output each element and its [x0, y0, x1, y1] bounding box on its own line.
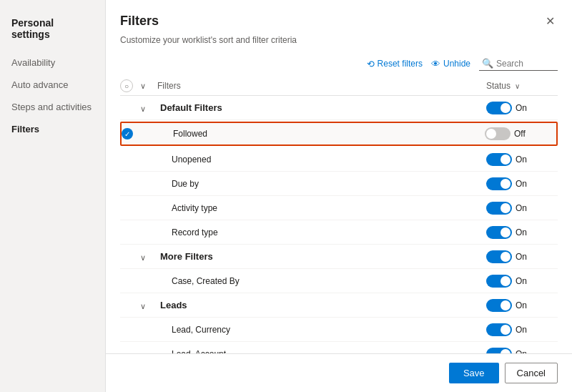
reset-filters-button[interactable]: ⟲ Reset filters	[367, 59, 423, 69]
case-created-by-toggle: On	[486, 275, 558, 288]
col-check-header: ○	[120, 79, 140, 92]
toggle-container-due-by: On	[486, 177, 527, 190]
followed-check-icon	[122, 128, 133, 139]
panel-header: Filters ✕	[106, 0, 572, 34]
followed-check	[122, 128, 142, 139]
dialog-footer: Save Cancel	[106, 353, 572, 392]
toggle-lead-currency[interactable]	[486, 323, 512, 336]
sidebar: Personal settings Availability Auto adva…	[0, 0, 106, 392]
group-more-expand[interactable]: ∨	[140, 250, 157, 263]
toggle-container-more: On	[486, 250, 527, 263]
group-leads-toggle: On	[486, 299, 558, 312]
followed-label: Followed	[159, 129, 485, 139]
main-content: Filters ✕ Customize your worklist's sort…	[106, 0, 572, 392]
toggle-container-case-created-by: On	[486, 275, 527, 288]
filters-table: ○ ∨ Filters Status ∨ ∨ Default Filters	[106, 77, 572, 353]
toggle-lead-currency-label: On	[516, 325, 527, 335]
unopened-toggle: On	[486, 153, 558, 166]
toggle-more-label: On	[516, 252, 527, 262]
toggle-container-activity-type: On	[486, 202, 527, 215]
toggle-record-type-label: On	[516, 227, 527, 237]
reset-filters-icon: ⟲	[367, 59, 375, 69]
due-by-toggle: On	[486, 177, 558, 190]
toggle-activity-type[interactable]	[486, 202, 512, 215]
toggle-container-record-type: On	[486, 226, 527, 239]
group-default-expand[interactable]: ∨	[140, 102, 157, 114]
due-by-label: Due by	[157, 179, 486, 189]
toggle-activity-type-label: On	[516, 203, 527, 213]
toggle-more[interactable]	[486, 250, 512, 263]
col-filters-header: Filters	[157, 81, 486, 91]
filter-row-activity-type[interactable]: Activity type On	[120, 196, 558, 220]
toggle-container-followed: Off	[485, 127, 526, 140]
save-button[interactable]: Save	[449, 363, 499, 383]
panel-subtitle: Customize your worklist's sort and filte…	[106, 34, 572, 54]
panel-title: Filters	[120, 14, 159, 29]
sidebar-item-availability[interactable]: Availability	[0, 52, 105, 74]
unopened-label: Unopened	[157, 155, 486, 165]
toggle-container-lead-currency: On	[486, 323, 527, 336]
sidebar-item-steps-activities[interactable]: Steps and activities	[0, 96, 105, 118]
toggle-leads[interactable]	[486, 299, 512, 312]
toggle-case-created-by[interactable]	[486, 275, 512, 288]
chevron-more-icon[interactable]: ∨	[140, 253, 146, 262]
sidebar-title: Personal settings	[0, 11, 105, 52]
search-icon: 🔍	[482, 58, 493, 69]
group-row-default-filters: ∨ Default Filters On	[120, 96, 558, 120]
unhide-label: Unhide	[443, 59, 470, 69]
activity-type-label: Activity type	[157, 203, 486, 213]
toggle-container-unopened: On	[486, 153, 527, 166]
record-type-toggle: On	[486, 226, 558, 239]
activity-type-toggle: On	[486, 202, 558, 215]
followed-toggle: Off	[485, 127, 556, 140]
group-row-leads: ∨ Leads On	[120, 293, 558, 318]
toggle-leads-label: On	[516, 300, 527, 310]
close-button[interactable]: ✕	[543, 11, 558, 31]
lead-account-toggle: On	[486, 348, 558, 354]
filter-row-unopened[interactable]: Unopened On	[120, 147, 558, 172]
chevron-default-icon[interactable]: ∨	[140, 104, 146, 113]
filter-row-record-type[interactable]: Record type On	[120, 220, 558, 245]
sidebar-item-auto-advance[interactable]: Auto advance	[0, 74, 105, 96]
toggle-lead-account[interactable]	[486, 348, 512, 354]
group-more-toggle: On	[486, 250, 558, 263]
toolbar: ⟲ Reset filters 👁 Unhide 🔍	[106, 54, 572, 77]
toggle-due-by-label: On	[516, 179, 527, 189]
toggle-container-lead-account: On	[486, 348, 527, 354]
cancel-button[interactable]: Cancel	[505, 363, 558, 383]
toggle-container-default: On	[486, 102, 527, 114]
group-leads-expand[interactable]: ∨	[140, 299, 157, 312]
reset-filters-label: Reset filters	[378, 59, 423, 69]
record-type-label: Record type	[157, 227, 486, 237]
filter-row-followed[interactable]: Followed Off	[120, 122, 558, 146]
table-header-row: ○ ∨ Filters Status ∨	[120, 77, 558, 96]
filter-row-due-by[interactable]: Due by On	[120, 172, 558, 196]
group-leads-label: Leads	[157, 300, 486, 310]
group-default-toggle: On	[486, 102, 558, 114]
search-box: 🔍	[479, 57, 558, 71]
group-row-more-filters: ∨ More Filters On	[120, 245, 558, 269]
case-created-by-label: Case, Created By	[157, 276, 486, 286]
unhide-icon: 👁	[431, 59, 440, 69]
group-more-label: More Filters	[157, 251, 486, 262]
toggle-record-type[interactable]	[486, 226, 512, 239]
chevron-header-icon[interactable]: ∨	[140, 82, 146, 90]
search-input[interactable]	[496, 59, 553, 69]
toggle-followed[interactable]	[485, 127, 511, 140]
toggle-unopened[interactable]	[486, 153, 512, 166]
circle-header-icon[interactable]: ○	[120, 79, 133, 92]
group-default-label: Default Filters	[157, 102, 486, 113]
unhide-button[interactable]: 👁 Unhide	[431, 59, 470, 69]
filter-row-case-created-by[interactable]: Case, Created By On	[120, 269, 558, 293]
toggle-container-leads: On	[486, 299, 527, 312]
sidebar-item-filters[interactable]: Filters	[0, 118, 105, 140]
toggle-due-by[interactable]	[486, 177, 512, 190]
chevron-leads-icon[interactable]: ∨	[140, 302, 146, 310]
toggle-followed-label: Off	[514, 129, 526, 139]
filter-row-lead-account[interactable]: Lead, Account On	[120, 342, 558, 353]
lead-currency-toggle: On	[486, 323, 558, 336]
filter-row-lead-currency[interactable]: Lead, Currency On	[120, 318, 558, 342]
toggle-default[interactable]	[486, 102, 512, 114]
lead-currency-label: Lead, Currency	[157, 325, 486, 335]
status-sort-icon[interactable]: ∨	[515, 82, 520, 90]
